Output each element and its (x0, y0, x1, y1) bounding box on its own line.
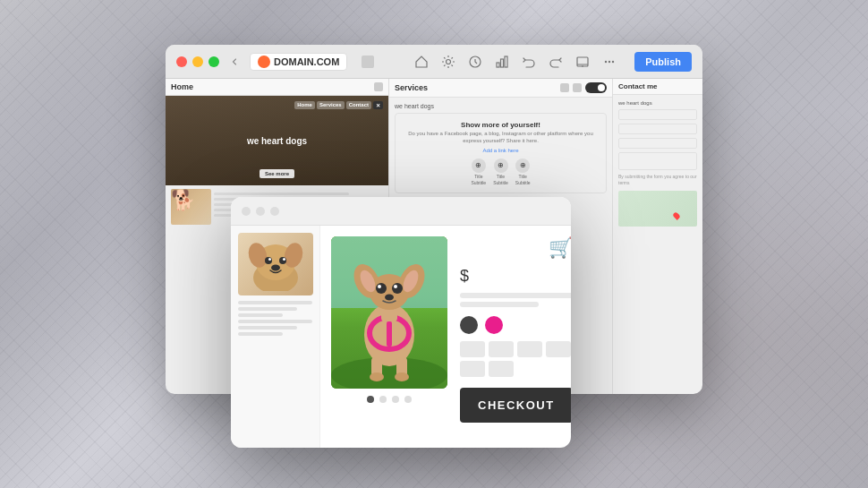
contact-field-message[interactable] (618, 152, 697, 170)
dot-4[interactable] (404, 396, 412, 403)
svg-point-29 (376, 283, 387, 294)
social-sublabel-3: Subtitle (515, 180, 531, 185)
preview-icon[interactable] (574, 53, 591, 71)
dot-3[interactable] (392, 396, 399, 403)
history-icon[interactable] (466, 53, 484, 71)
svg-rect-2 (497, 63, 499, 67)
undo-icon[interactable] (520, 53, 538, 71)
info-line-2 (460, 302, 539, 307)
more-icon[interactable] (600, 53, 618, 71)
show-more-box: Show more of yourself! Do you have a Fac… (395, 113, 607, 193)
social-icon-1[interactable]: ⊕ Title Subtitle (471, 158, 486, 185)
social-label-3: Title (519, 174, 527, 179)
product-info: 🛒 $ (460, 236, 571, 437)
svg-point-17 (271, 265, 280, 271)
home-tag-2: Contact (346, 101, 371, 109)
svg-point-32 (394, 285, 397, 288)
product-image (331, 236, 447, 389)
more-icon-services[interactable] (573, 83, 582, 92)
services-content: we heart dogs Show more of yourself! Do … (389, 98, 612, 204)
popup-tl-2[interactable] (256, 207, 265, 216)
contact-field-2[interactable] (618, 124, 697, 134)
stats-icon[interactable] (493, 53, 511, 71)
maximize-button[interactable] (208, 56, 219, 67)
sidebar-line-1 (238, 301, 312, 304)
show-more-title: Show more of yourself! (399, 121, 602, 129)
redo-icon[interactable] (547, 53, 565, 71)
product-image-container (331, 236, 447, 437)
contact-terms: By submitting the form you agree to our … (618, 174, 697, 185)
cart-icon[interactable]: 🛒 (549, 236, 571, 260)
svg-point-16 (283, 258, 285, 261)
home-icon[interactable] (413, 53, 430, 71)
social-label-1: Title (474, 174, 482, 179)
size-options (460, 341, 571, 377)
social-icon-2[interactable]: ⊕ Title Subtitle (493, 158, 508, 185)
size-option-6[interactable] (489, 361, 514, 377)
svg-rect-3 (501, 59, 504, 67)
color-swatch-dark[interactable] (460, 316, 478, 334)
toggle-services[interactable] (585, 82, 607, 93)
popup-sidebar (231, 226, 320, 448)
panel-home-header: Home (166, 79, 388, 96)
panel-contact-header: Contact me (613, 79, 702, 95)
publish-button[interactable]: Publish (634, 52, 692, 72)
social-circle-2: ⊕ (494, 158, 508, 173)
cart-icon-container: 🛒 (460, 236, 571, 260)
dot-2[interactable] (379, 396, 387, 403)
services-title: we heart dogs (395, 103, 607, 109)
home-tag-1: Services (317, 101, 345, 109)
settings-icon-services[interactable] (560, 83, 569, 92)
svg-point-36 (370, 372, 384, 381)
popup-left-lines (238, 301, 312, 336)
contact-field-3[interactable] (618, 138, 697, 149)
size-option-1[interactable] (460, 341, 485, 357)
size-option-2[interactable] (489, 341, 514, 357)
back-button[interactable] (226, 54, 243, 70)
svg-point-13 (265, 257, 272, 264)
settings-icon-small[interactable] (374, 82, 383, 91)
home-tags: Home Services Contact ✕ (294, 101, 383, 109)
svg-point-15 (268, 258, 271, 261)
info-line-1 (460, 293, 571, 298)
svg-rect-4 (505, 56, 507, 67)
svg-rect-22 (387, 321, 392, 347)
sidebar-line-2 (238, 307, 297, 311)
social-icon-3[interactable]: ⊕ Title Subtitle (515, 158, 531, 185)
color-swatch-pink[interactable] (485, 316, 503, 334)
size-option-4[interactable] (546, 341, 571, 357)
size-option-5[interactable] (460, 361, 485, 377)
svg-point-37 (395, 372, 409, 381)
sidebar-line-4 (238, 320, 312, 323)
dot-1[interactable] (367, 396, 374, 403)
social-sublabel-1: Subtitle (471, 180, 486, 185)
svg-point-0 (447, 59, 451, 64)
panel-services-label: Services (395, 83, 428, 92)
text-line-1 (214, 193, 349, 195)
svg-point-14 (279, 257, 286, 264)
domain-label: DOMAIN.COM (274, 56, 339, 67)
social-circle-3: ⊕ (515, 158, 530, 173)
contact-title: we heart dogs (618, 100, 697, 106)
home-tag-0: Home (294, 101, 315, 109)
product-name-lines (460, 293, 571, 307)
home-cta-button[interactable]: See more (260, 169, 294, 178)
social-circle-1: ⊕ (472, 158, 486, 173)
price-dollar: $ (460, 267, 469, 286)
contact-field-1[interactable] (618, 109, 697, 120)
size-option-3[interactable] (517, 341, 542, 357)
show-more-link[interactable]: Add a link here (399, 148, 602, 153)
price-display: $ (460, 267, 571, 286)
dog-on-grass (331, 236, 447, 389)
popup-tl-3[interactable] (270, 207, 279, 216)
domain-icon (258, 56, 270, 68)
checkout-button[interactable]: CHECKOUT (460, 388, 571, 423)
settings-icon[interactable] (439, 53, 457, 71)
panel-home-icons (374, 82, 383, 91)
domain-badge[interactable]: DOMAIN.COM (250, 53, 347, 71)
minimize-button[interactable] (192, 56, 203, 67)
social-label-2: Title (497, 174, 505, 179)
close-button[interactable] (176, 56, 187, 67)
home-tag-close[interactable]: ✕ (373, 101, 383, 109)
popup-tl-1[interactable] (242, 207, 251, 216)
